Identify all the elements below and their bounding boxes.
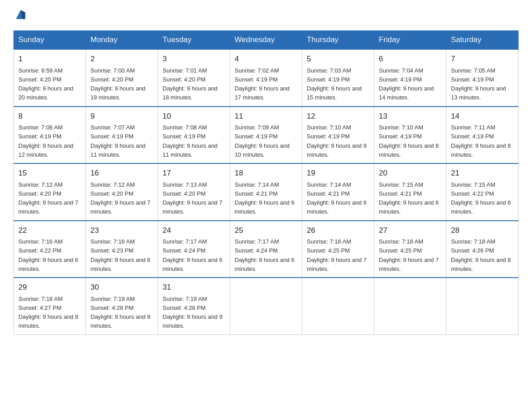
calendar-cell: 31 Sunrise: 7:19 AMSunset: 4:28 PMDaylig… [158,278,230,334]
day-info: Sunrise: 6:59 AMSunset: 4:20 PMDaylight:… [18,67,73,101]
day-info: Sunrise: 7:10 AMSunset: 4:19 PMDaylight:… [379,124,439,158]
day-info: Sunrise: 7:18 AMSunset: 4:25 PMDaylight:… [307,238,367,272]
calendar-cell: 2 Sunrise: 7:00 AMSunset: 4:20 PMDayligh… [86,49,158,107]
day-number: 15 [18,167,81,179]
week-row-3: 15 Sunrise: 7:12 AMSunset: 4:20 PMDaylig… [14,163,519,221]
day-info: Sunrise: 7:06 AMSunset: 4:19 PMDaylight:… [18,124,73,158]
calendar-cell: 23 Sunrise: 7:16 AMSunset: 4:23 PMDaylig… [86,221,158,278]
week-row-1: 1 Sunrise: 6:59 AMSunset: 4:20 PMDayligh… [14,49,519,107]
calendar-cell: 17 Sunrise: 7:13 AMSunset: 4:20 PMDaylig… [158,163,230,221]
calendar-cell: 16 Sunrise: 7:12 AMSunset: 4:20 PMDaylig… [86,163,158,221]
logo-text [13,9,27,21]
day-info: Sunrise: 7:02 AMSunset: 4:19 PMDaylight:… [235,67,290,101]
day-number: 18 [235,167,297,179]
day-number: 7 [451,53,514,65]
day-info: Sunrise: 7:10 AMSunset: 4:19 PMDaylight:… [307,124,367,158]
week-row-2: 8 Sunrise: 7:06 AMSunset: 4:19 PMDayligh… [14,107,519,164]
day-number: 26 [307,225,369,236]
calendar-table: SundayMondayTuesdayWednesdayThursdayFrid… [13,30,519,335]
calendar-cell: 5 Sunrise: 7:03 AMSunset: 4:19 PMDayligh… [302,49,374,107]
calendar-cell: 26 Sunrise: 7:18 AMSunset: 4:25 PMDaylig… [302,221,374,278]
calendar-cell: 30 Sunrise: 7:19 AMSunset: 4:28 PMDaylig… [86,278,158,334]
calendar-cell: 21 Sunrise: 7:15 AMSunset: 4:22 PMDaylig… [446,163,519,221]
day-number: 24 [163,225,225,236]
day-number: 19 [307,167,369,179]
day-info: Sunrise: 7:18 AMSunset: 4:25 PMDaylight:… [379,238,439,272]
day-info: Sunrise: 7:09 AMSunset: 4:19 PMDaylight:… [235,124,290,158]
page-container: SundayMondayTuesdayWednesdayThursdayFrid… [13,9,519,335]
day-info: Sunrise: 7:17 AMSunset: 4:24 PMDaylight:… [235,238,295,272]
calendar-cell [230,278,302,334]
calendar-cell: 6 Sunrise: 7:04 AMSunset: 4:19 PMDayligh… [374,49,446,107]
day-number: 4 [235,53,297,65]
day-number: 17 [163,167,225,179]
day-info: Sunrise: 7:13 AMSunset: 4:20 PMDaylight:… [163,181,223,215]
week-row-4: 22 Sunrise: 7:16 AMSunset: 4:22 PMDaylig… [14,221,519,278]
day-info: Sunrise: 7:12 AMSunset: 4:20 PMDaylight:… [18,181,78,215]
day-info: Sunrise: 7:03 AMSunset: 4:19 PMDaylight:… [307,67,362,101]
day-header-saturday: Saturday [446,31,519,50]
calendar-cell: 25 Sunrise: 7:17 AMSunset: 4:24 PMDaylig… [230,221,302,278]
day-number: 10 [163,111,225,122]
day-number: 28 [451,225,514,236]
calendar-cell [302,278,374,334]
day-number: 29 [18,282,81,293]
day-number: 2 [90,53,153,65]
day-info: Sunrise: 7:16 AMSunset: 4:23 PMDaylight:… [90,238,150,272]
day-info: Sunrise: 7:16 AMSunset: 4:22 PMDaylight:… [18,238,78,272]
logo-icon [14,9,27,21]
day-info: Sunrise: 7:11 AMSunset: 4:19 PMDaylight:… [451,124,511,158]
day-info: Sunrise: 7:18 AMSunset: 4:27 PMDaylight:… [18,295,78,330]
calendar-cell: 22 Sunrise: 7:16 AMSunset: 4:22 PMDaylig… [14,221,86,278]
day-number: 23 [90,225,153,236]
day-header-sunday: Sunday [14,31,86,50]
calendar-cell: 20 Sunrise: 7:15 AMSunset: 4:21 PMDaylig… [374,163,446,221]
logo [13,9,27,21]
calendar-cell: 7 Sunrise: 7:05 AMSunset: 4:19 PMDayligh… [446,49,519,107]
day-info: Sunrise: 7:18 AMSunset: 4:26 PMDaylight:… [451,238,511,272]
calendar-cell: 1 Sunrise: 6:59 AMSunset: 4:20 PMDayligh… [14,49,86,107]
day-number: 14 [451,111,514,122]
day-number: 12 [307,111,369,122]
calendar-cell: 18 Sunrise: 7:14 AMSunset: 4:21 PMDaylig… [230,163,302,221]
calendar-cell: 4 Sunrise: 7:02 AMSunset: 4:19 PMDayligh… [230,49,302,107]
day-number: 1 [18,53,81,65]
day-number: 21 [451,167,514,179]
day-number: 20 [379,167,442,179]
day-info: Sunrise: 7:12 AMSunset: 4:20 PMDaylight:… [90,181,150,215]
day-number: 30 [90,282,153,293]
day-info: Sunrise: 7:08 AMSunset: 4:19 PMDaylight:… [163,124,218,158]
day-info: Sunrise: 7:05 AMSunset: 4:19 PMDaylight:… [451,67,506,101]
day-info: Sunrise: 7:00 AMSunset: 4:20 PMDaylight:… [90,67,146,101]
day-number: 5 [307,53,369,65]
calendar-cell: 9 Sunrise: 7:07 AMSunset: 4:19 PMDayligh… [86,107,158,164]
week-row-5: 29 Sunrise: 7:18 AMSunset: 4:27 PMDaylig… [14,278,519,334]
day-number: 11 [235,111,297,122]
day-number: 13 [379,111,442,122]
day-number: 6 [379,53,442,65]
day-number: 22 [18,225,81,236]
header [13,9,519,21]
day-number: 25 [235,225,297,236]
day-header-thursday: Thursday [302,31,374,50]
day-number: 16 [90,167,153,179]
calendar-cell: 11 Sunrise: 7:09 AMSunset: 4:19 PMDaylig… [230,107,302,164]
header-row: SundayMondayTuesdayWednesdayThursdayFrid… [14,31,519,50]
day-info: Sunrise: 7:17 AMSunset: 4:24 PMDaylight:… [163,238,223,272]
calendar-cell: 15 Sunrise: 7:12 AMSunset: 4:20 PMDaylig… [14,163,86,221]
calendar-cell [446,278,519,334]
calendar-cell: 8 Sunrise: 7:06 AMSunset: 4:19 PMDayligh… [14,107,86,164]
day-number: 31 [163,282,225,293]
day-info: Sunrise: 7:14 AMSunset: 4:21 PMDaylight:… [235,181,295,215]
day-number: 3 [163,53,225,65]
calendar-cell: 28 Sunrise: 7:18 AMSunset: 4:26 PMDaylig… [446,221,519,278]
calendar-cell: 12 Sunrise: 7:10 AMSunset: 4:19 PMDaylig… [302,107,374,164]
calendar-cell: 19 Sunrise: 7:14 AMSunset: 4:21 PMDaylig… [302,163,374,221]
day-info: Sunrise: 7:07 AMSunset: 4:19 PMDaylight:… [90,124,146,158]
day-header-friday: Friday [374,31,446,50]
day-info: Sunrise: 7:15 AMSunset: 4:21 PMDaylight:… [379,181,439,215]
calendar-cell: 13 Sunrise: 7:10 AMSunset: 4:19 PMDaylig… [374,107,446,164]
day-header-tuesday: Tuesday [158,31,230,50]
day-info: Sunrise: 7:15 AMSunset: 4:22 PMDaylight:… [451,181,511,215]
calendar-cell: 10 Sunrise: 7:08 AMSunset: 4:19 PMDaylig… [158,107,230,164]
